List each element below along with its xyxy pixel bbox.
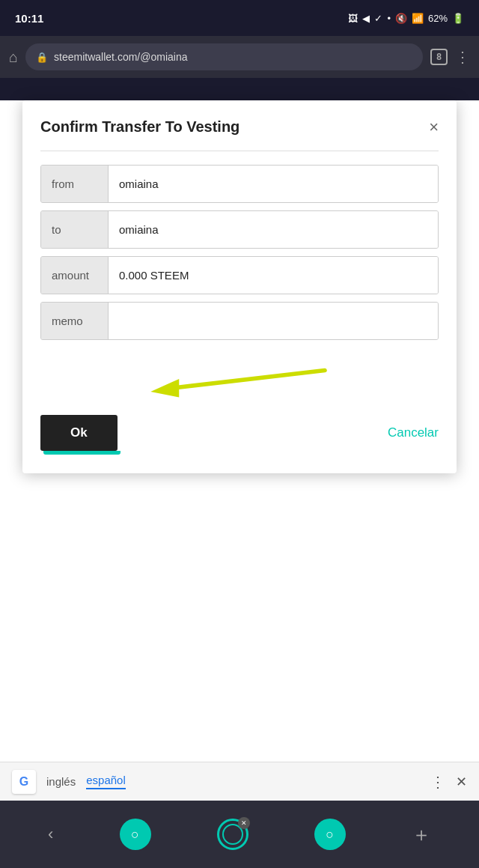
bottom-nav-bar: ‹ ○ ✕ ○ ＋ <box>0 801 479 868</box>
translation-close-button[interactable]: ✕ <box>456 774 467 790</box>
to-field-row: to omiaina <box>40 210 439 249</box>
from-label: from <box>41 166 109 202</box>
svg-marker-1 <box>150 379 179 398</box>
url-text: steemitwallet.com/@omiaina <box>54 51 187 63</box>
home-icon[interactable]: ⌂ <box>9 49 18 66</box>
lock-icon: 🔒 <box>36 52 48 63</box>
browser-menu-button[interactable]: ⋮ <box>455 48 470 66</box>
svg-line-0 <box>172 371 325 389</box>
dialog-container: Confirm Transfer To Vesting × from omiai… <box>0 100 479 823</box>
dialog-header: Confirm Transfer To Vesting × <box>40 118 439 136</box>
from-value: omiaina <box>109 166 438 202</box>
nav-plus-button[interactable]: ＋ <box>412 822 431 848</box>
google-translate-icon: G <box>12 770 36 794</box>
battery-icon: 🔋 <box>452 13 464 24</box>
url-bar[interactable]: 🔒 steemitwallet.com/@omiaina <box>25 43 423 70</box>
memo-value[interactable] <box>109 303 438 339</box>
battery-level: 62% <box>428 13 448 24</box>
status-time: 10:11 <box>15 12 43 25</box>
browser-chrome: ⌂ 🔒 steemitwallet.com/@omiaina 8 ⋮ <box>0 36 479 78</box>
translation-menu-button[interactable]: ⋮ <box>430 773 445 791</box>
header-divider <box>40 151 439 151</box>
memo-field-row: memo <box>40 302 439 340</box>
check-icon: ✓ <box>374 13 382 24</box>
dialog-title: Confirm Transfer To Vesting <box>40 118 240 136</box>
image-icon: 🖼 <box>348 13 358 24</box>
tab-count-badge[interactable]: 8 <box>430 49 448 65</box>
navigation-icon: ◀ <box>362 13 370 24</box>
from-field-row: from omiaina <box>40 165 439 203</box>
confirm-transfer-dialog: Confirm Transfer To Vesting × from omiai… <box>22 100 457 473</box>
status-icons: 🖼 ◀ ✓ • 🔇 📶 62% 🔋 <box>348 13 464 24</box>
amount-value: 0.000 STEEM <box>109 257 438 294</box>
source-language[interactable]: inglés <box>46 775 76 788</box>
arrow-annotation <box>40 347 439 407</box>
target-language[interactable]: español <box>86 774 126 789</box>
ok-button[interactable]: Ok <box>40 415 118 451</box>
cancel-button[interactable]: Cancelar <box>388 425 439 440</box>
status-bar: 10:11 🖼 ◀ ✓ • 🔇 📶 62% 🔋 <box>0 0 479 36</box>
close-button[interactable]: × <box>429 119 439 136</box>
browser-content: Confirm Transfer To Vesting × from omiai… <box>0 100 479 823</box>
nav-circle-1[interactable]: ○ <box>120 819 151 850</box>
memo-label: memo <box>41 303 109 339</box>
translation-bar: G inglés español ⋮ ✕ <box>0 762 479 801</box>
mute-icon: 🔇 <box>395 13 407 24</box>
back-arrow-button[interactable]: ‹ <box>48 825 53 844</box>
nav-circle-3[interactable]: ○ <box>314 819 346 850</box>
wifi-icon: 📶 <box>412 13 424 24</box>
dialog-button-row: Ok Cancelar <box>40 415 439 451</box>
nav-circle-1-icon: ○ <box>131 827 139 843</box>
amount-field-row: amount 0.000 STEEM <box>40 256 439 294</box>
to-label: to <box>41 211 109 248</box>
nav-circle-3-icon: ○ <box>326 827 334 843</box>
arrow-svg <box>40 347 439 407</box>
to-value: omiaina <box>109 211 438 248</box>
amount-label: amount <box>41 257 109 294</box>
nav-badge: ✕ <box>238 817 250 829</box>
nav-circle-2[interactable]: ✕ <box>217 819 248 850</box>
dot-icon: • <box>387 13 391 24</box>
